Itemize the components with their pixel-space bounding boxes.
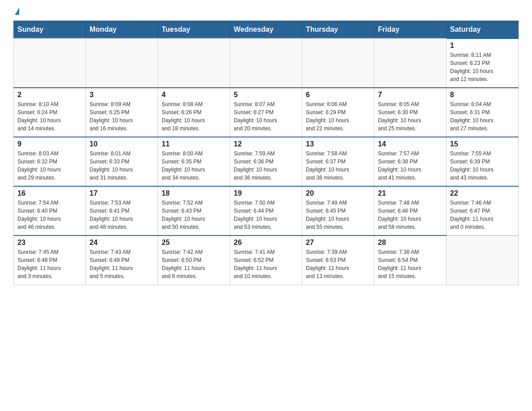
day-number: 21: [378, 189, 442, 197]
day-number: 1: [450, 42, 515, 50]
calendar-week-1: 1Sunrise: 8:11 AM Sunset: 6:23 PM Daylig…: [14, 39, 519, 88]
day-info: Sunrise: 8:00 AM Sunset: 6:35 PM Dayligh…: [162, 150, 226, 182]
calendar-cell: 13Sunrise: 7:58 AM Sunset: 6:37 PM Dayli…: [302, 137, 374, 186]
calendar-cell: 20Sunrise: 7:49 AM Sunset: 6:45 PM Dayli…: [302, 186, 374, 235]
day-number: 19: [234, 189, 298, 197]
day-number: 23: [17, 239, 82, 247]
weekday-header-sunday: Sunday: [14, 21, 86, 39]
weekday-header-wednesday: Wednesday: [230, 21, 302, 39]
calendar-cell: [302, 39, 374, 88]
calendar-cell: 3Sunrise: 8:09 AM Sunset: 6:25 PM Daylig…: [86, 88, 158, 137]
calendar-cell: 5Sunrise: 8:07 AM Sunset: 6:27 PM Daylig…: [230, 88, 302, 137]
weekday-header-thursday: Thursday: [302, 21, 374, 39]
calendar-cell: [446, 235, 519, 285]
day-info: Sunrise: 7:53 AM Sunset: 6:41 PM Dayligh…: [90, 199, 154, 231]
calendar-cell: 18Sunrise: 7:52 AM Sunset: 6:43 PM Dayli…: [158, 186, 230, 235]
calendar-cell: [230, 39, 302, 88]
calendar-cell: 16Sunrise: 7:54 AM Sunset: 6:40 PM Dayli…: [14, 186, 86, 235]
day-number: 11: [162, 140, 226, 148]
day-info: Sunrise: 7:43 AM Sunset: 6:49 PM Dayligh…: [90, 248, 154, 280]
day-info: Sunrise: 7:57 AM Sunset: 6:38 PM Dayligh…: [378, 150, 442, 182]
day-number: 12: [234, 140, 298, 148]
day-info: Sunrise: 8:05 AM Sunset: 6:30 PM Dayligh…: [378, 100, 442, 133]
day-number: 18: [162, 189, 226, 197]
calendar-cell: 7Sunrise: 8:05 AM Sunset: 6:30 PM Daylig…: [374, 88, 446, 137]
weekday-header-friday: Friday: [374, 21, 446, 39]
calendar-table: SundayMondayTuesdayWednesdayThursdayFrid…: [13, 21, 519, 285]
day-number: 22: [450, 189, 515, 197]
calendar-cell: 25Sunrise: 7:42 AM Sunset: 6:50 PM Dayli…: [158, 235, 230, 285]
calendar-cell: 24Sunrise: 7:43 AM Sunset: 6:49 PM Dayli…: [86, 235, 158, 285]
calendar-cell: 6Sunrise: 8:06 AM Sunset: 6:29 PM Daylig…: [302, 88, 374, 137]
day-number: 28: [378, 239, 442, 247]
calendar-week-5: 23Sunrise: 7:45 AM Sunset: 6:48 PM Dayli…: [14, 235, 519, 285]
day-info: Sunrise: 8:07 AM Sunset: 6:27 PM Dayligh…: [234, 100, 298, 133]
day-info: Sunrise: 7:39 AM Sunset: 6:53 PM Dayligh…: [306, 248, 370, 280]
calendar-cell: [374, 39, 446, 88]
day-number: 26: [234, 239, 298, 247]
calendar-cell: [86, 39, 158, 88]
calendar-cell: 14Sunrise: 7:57 AM Sunset: 6:38 PM Dayli…: [374, 137, 446, 186]
calendar-cell: 19Sunrise: 7:50 AM Sunset: 6:44 PM Dayli…: [230, 186, 302, 235]
day-number: 8: [450, 91, 515, 99]
day-number: 9: [17, 140, 82, 148]
calendar-cell: 28Sunrise: 7:38 AM Sunset: 6:54 PM Dayli…: [374, 235, 446, 285]
day-info: Sunrise: 7:55 AM Sunset: 6:39 PM Dayligh…: [450, 150, 515, 182]
day-info: Sunrise: 7:38 AM Sunset: 6:54 PM Dayligh…: [378, 248, 442, 280]
weekday-header-saturday: Saturday: [446, 21, 519, 39]
day-info: Sunrise: 8:03 AM Sunset: 6:32 PM Dayligh…: [17, 150, 82, 182]
day-info: Sunrise: 7:50 AM Sunset: 6:44 PM Dayligh…: [234, 199, 298, 231]
day-info: Sunrise: 8:09 AM Sunset: 6:25 PM Dayligh…: [90, 100, 154, 133]
day-number: 4: [162, 91, 226, 99]
day-number: 27: [306, 239, 370, 247]
calendar-week-2: 2Sunrise: 8:10 AM Sunset: 6:24 PM Daylig…: [14, 88, 519, 137]
day-info: Sunrise: 7:59 AM Sunset: 6:36 PM Dayligh…: [234, 150, 298, 182]
day-info: Sunrise: 7:54 AM Sunset: 6:40 PM Dayligh…: [17, 199, 82, 231]
logo: [13, 9, 19, 16]
day-number: 2: [17, 91, 82, 99]
weekday-header-tuesday: Tuesday: [158, 21, 230, 39]
day-info: Sunrise: 7:42 AM Sunset: 6:50 PM Dayligh…: [162, 248, 226, 280]
day-number: 15: [450, 140, 515, 148]
day-info: Sunrise: 8:04 AM Sunset: 6:31 PM Dayligh…: [450, 100, 515, 133]
calendar-cell: 10Sunrise: 8:01 AM Sunset: 6:33 PM Dayli…: [86, 137, 158, 186]
page-header: [13, 9, 519, 16]
weekday-header-monday: Monday: [86, 21, 158, 39]
day-number: 20: [306, 189, 370, 197]
day-info: Sunrise: 7:48 AM Sunset: 6:46 PM Dayligh…: [378, 199, 442, 231]
calendar-week-4: 16Sunrise: 7:54 AM Sunset: 6:40 PM Dayli…: [14, 186, 519, 235]
day-info: Sunrise: 8:08 AM Sunset: 6:26 PM Dayligh…: [162, 100, 226, 133]
calendar-cell: 21Sunrise: 7:48 AM Sunset: 6:46 PM Dayli…: [374, 186, 446, 235]
day-number: 5: [234, 91, 298, 99]
calendar-cell: 12Sunrise: 7:59 AM Sunset: 6:36 PM Dayli…: [230, 137, 302, 186]
logo-triangle-icon: [15, 8, 19, 15]
day-info: Sunrise: 8:11 AM Sunset: 6:23 PM Dayligh…: [450, 51, 515, 83]
day-info: Sunrise: 7:58 AM Sunset: 6:37 PM Dayligh…: [306, 150, 370, 182]
day-number: 10: [90, 140, 154, 148]
calendar-cell: 15Sunrise: 7:55 AM Sunset: 6:39 PM Dayli…: [446, 137, 519, 186]
weekday-header-row: SundayMondayTuesdayWednesdayThursdayFrid…: [14, 21, 519, 39]
calendar-cell: 23Sunrise: 7:45 AM Sunset: 6:48 PM Dayli…: [14, 235, 86, 285]
calendar-cell: 27Sunrise: 7:39 AM Sunset: 6:53 PM Dayli…: [302, 235, 374, 285]
calendar-cell: 22Sunrise: 7:46 AM Sunset: 6:47 PM Dayli…: [446, 186, 519, 235]
day-info: Sunrise: 7:49 AM Sunset: 6:45 PM Dayligh…: [306, 199, 370, 231]
day-number: 13: [306, 140, 370, 148]
day-info: Sunrise: 8:06 AM Sunset: 6:29 PM Dayligh…: [306, 100, 370, 133]
day-number: 7: [378, 91, 442, 99]
calendar-cell: 1Sunrise: 8:11 AM Sunset: 6:23 PM Daylig…: [446, 39, 519, 88]
day-number: 25: [162, 239, 226, 247]
calendar-cell: [158, 39, 230, 88]
calendar-week-3: 9Sunrise: 8:03 AM Sunset: 6:32 PM Daylig…: [14, 137, 519, 186]
calendar-cell: 17Sunrise: 7:53 AM Sunset: 6:41 PM Dayli…: [86, 186, 158, 235]
calendar-cell: 9Sunrise: 8:03 AM Sunset: 6:32 PM Daylig…: [14, 137, 86, 186]
day-info: Sunrise: 7:41 AM Sunset: 6:52 PM Dayligh…: [234, 248, 298, 280]
day-info: Sunrise: 8:10 AM Sunset: 6:24 PM Dayligh…: [17, 100, 82, 133]
day-info: Sunrise: 8:01 AM Sunset: 6:33 PM Dayligh…: [90, 150, 154, 182]
day-info: Sunrise: 7:45 AM Sunset: 6:48 PM Dayligh…: [17, 248, 82, 280]
calendar-cell: 8Sunrise: 8:04 AM Sunset: 6:31 PM Daylig…: [446, 88, 519, 137]
calendar-cell: 2Sunrise: 8:10 AM Sunset: 6:24 PM Daylig…: [14, 88, 86, 137]
day-number: 3: [90, 91, 154, 99]
day-number: 6: [306, 91, 370, 99]
calendar-cell: 26Sunrise: 7:41 AM Sunset: 6:52 PM Dayli…: [230, 235, 302, 285]
day-number: 14: [378, 140, 442, 148]
